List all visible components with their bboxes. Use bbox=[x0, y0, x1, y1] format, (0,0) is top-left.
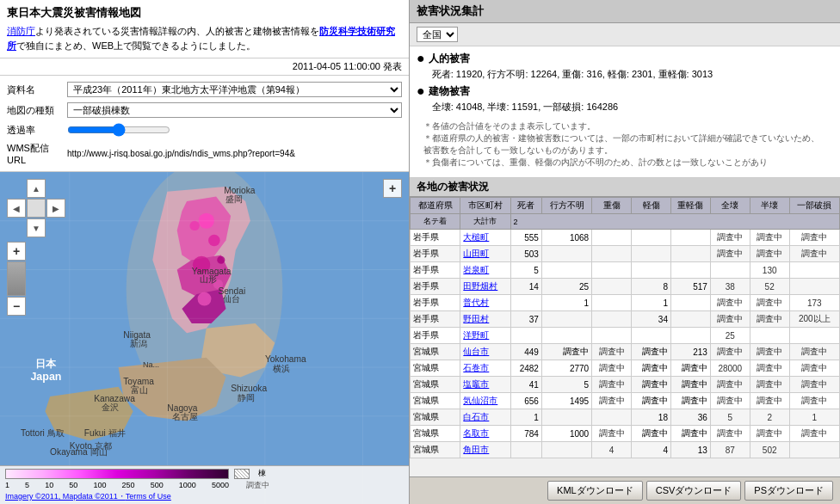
cell-dead bbox=[510, 328, 541, 344]
table-row: 宮城県気仙沼市6561495調査中調査中調査中調査中調査中調査中 bbox=[411, 393, 840, 409]
pan-down-button[interactable]: ▼ bbox=[27, 218, 46, 237]
svg-text:静岡: 静岡 bbox=[238, 393, 255, 403]
cell-city[interactable]: 名取市 bbox=[460, 426, 510, 442]
terms-of-use-link[interactable]: Terms of Use bbox=[126, 492, 171, 501]
table-row: 岩手県野田村3734調査中調査中200以上 bbox=[411, 311, 840, 328]
cell-half: 502 bbox=[750, 442, 789, 458]
table-wrapper[interactable]: 都道府県 市区町村 死者 行方不明 重傷 軽傷 重軽傷 全壊 半壊 一部破損 名… bbox=[410, 197, 840, 476]
legend-copyright: Imagery ©2011, Mapdata ©2011・Terms of Us… bbox=[5, 491, 404, 502]
cell-half bbox=[750, 328, 789, 344]
cell-prefecture: 岩手県 bbox=[411, 295, 460, 311]
shobocho-link[interactable]: 消防庁 bbox=[7, 26, 35, 36]
cell-missing: 1 bbox=[541, 295, 591, 311]
kml-download-button[interactable]: KMLダウンロード bbox=[547, 481, 643, 501]
cell-dead bbox=[510, 295, 541, 311]
cell-prefecture: 宮城県 bbox=[411, 393, 460, 409]
cell-half: 52 bbox=[750, 279, 789, 295]
cell-serious: 4 bbox=[592, 442, 632, 458]
cell-combined: 調査中 bbox=[670, 393, 710, 409]
cell-prefecture: 宮城県 bbox=[411, 344, 460, 360]
cell-dead: 41 bbox=[510, 377, 541, 393]
cell-minor bbox=[632, 246, 671, 262]
cell-city[interactable]: 仙台市 bbox=[460, 344, 510, 360]
cell-total: 28000 bbox=[710, 360, 750, 377]
cell-partial bbox=[789, 328, 839, 344]
cell-combined bbox=[670, 311, 710, 328]
damage-table: 都道府県 市区町村 死者 行方不明 重傷 軽傷 重軽傷 全壊 半壊 一部破損 名… bbox=[410, 197, 840, 458]
cell-city[interactable]: 角田市 bbox=[460, 442, 510, 458]
col-subhead1: 名テ着 bbox=[411, 214, 460, 230]
table-row: 宮城県名取市7841000調査中調査中調査中調査中調査中調査中 bbox=[411, 426, 840, 442]
pan-up-button[interactable]: ▲ bbox=[27, 179, 46, 198]
cell-city[interactable]: 野田村 bbox=[460, 311, 510, 328]
svg-text:金沢: 金沢 bbox=[102, 403, 119, 412]
map-expand-button[interactable]: + bbox=[383, 179, 402, 198]
opacity-slider[interactable] bbox=[67, 123, 170, 137]
col-city: 市区町村 bbox=[460, 198, 510, 214]
region-filter-select[interactable]: 全国 bbox=[417, 27, 458, 42]
cell-city[interactable]: 塩竈市 bbox=[460, 377, 510, 393]
cell-missing bbox=[541, 409, 591, 426]
cell-minor: 調査中 bbox=[632, 344, 671, 360]
cell-minor: 1 bbox=[632, 295, 671, 311]
svg-point-3 bbox=[208, 235, 220, 247]
map-container[interactable]: Morioka 盛岡 Yamagata 山形 Sendai 仙台 Niigata… bbox=[0, 172, 409, 504]
cell-city[interactable]: 石巻市 bbox=[460, 360, 510, 377]
cell-half: 調査中 bbox=[750, 426, 789, 442]
maptype-select[interactable]: 一部破損棟数 bbox=[67, 102, 402, 118]
cell-city[interactable]: 岩泉町 bbox=[460, 262, 510, 279]
cell-total: 調査中 bbox=[710, 311, 750, 328]
cell-missing: 2770 bbox=[541, 360, 591, 377]
publish-date: 2011-04-05 11:00:00 発表 bbox=[293, 61, 402, 71]
cell-total bbox=[710, 262, 750, 279]
building-damage-title: 建物被害 bbox=[429, 84, 618, 99]
cell-half: 調査中 bbox=[750, 230, 789, 246]
cell-combined bbox=[670, 262, 710, 279]
table-row: 宮城県角田市441387502 bbox=[411, 442, 840, 458]
svg-text:Tottori 鳥取: Tottori 鳥取 bbox=[21, 428, 65, 438]
svg-point-8 bbox=[189, 221, 199, 230]
cell-partial: 調査中 bbox=[789, 426, 839, 442]
cell-city[interactable]: 気仙沼市 bbox=[460, 393, 510, 409]
cell-half: 調査中 bbox=[750, 377, 789, 393]
svg-point-6 bbox=[198, 292, 212, 306]
cell-prefecture: 宮城県 bbox=[411, 409, 460, 426]
cell-total: 調査中 bbox=[710, 393, 750, 409]
csv-download-button[interactable]: CSVダウンロード bbox=[646, 481, 742, 501]
cell-prefecture: 岩手県 bbox=[411, 311, 460, 328]
map-legend: 棟 15105010025050010005000 調査中 Imagery ©2… bbox=[0, 465, 409, 504]
cell-dead: 5 bbox=[510, 262, 541, 279]
cell-total: 調査中 bbox=[710, 426, 750, 442]
cell-city[interactable]: 白石市 bbox=[460, 409, 510, 426]
pan-right-button[interactable]: ▶ bbox=[46, 199, 65, 218]
cell-city[interactable]: 山田町 bbox=[460, 246, 510, 262]
maptype-row: 地図の種類 一部破損棟数 bbox=[7, 100, 402, 120]
svg-text:Kyoto 京都: Kyoto 京都 bbox=[70, 441, 112, 451]
zoom-out-button[interactable]: − bbox=[7, 297, 26, 316]
cell-prefecture: 岩手県 bbox=[411, 328, 460, 344]
cell-minor: 調査中 bbox=[632, 360, 671, 377]
cell-combined: 36 bbox=[670, 409, 710, 426]
cell-partial: 調査中 bbox=[789, 230, 839, 246]
col-missing: 行方不明 bbox=[541, 198, 591, 214]
svg-text:盛岡: 盛岡 bbox=[225, 194, 243, 204]
cell-dead: 37 bbox=[510, 311, 541, 328]
material-select[interactable]: 平成23年（2011年）東北地方太平洋沖地震（第94報） bbox=[67, 82, 402, 97]
cell-partial: 調査中 bbox=[789, 344, 839, 360]
cell-city[interactable]: 田野畑村 bbox=[460, 279, 510, 295]
wms-url[interactable]: http://www.j-risq.bosai.go.jp/ndis/ndis_… bbox=[67, 149, 402, 158]
cell-city[interactable]: 洋野町 bbox=[460, 328, 510, 344]
ps-download-button[interactable]: PSダウンロード bbox=[744, 481, 833, 501]
human-damage-category: ● 人的被害 死者: 11920, 行方不明: 12264, 重傷: 316, … bbox=[417, 52, 833, 81]
cell-city[interactable]: 普代村 bbox=[460, 295, 510, 311]
pan-left-button[interactable]: ◀ bbox=[7, 199, 26, 218]
cell-dead: 2482 bbox=[510, 360, 541, 377]
cell-city[interactable]: 大槌町 bbox=[460, 230, 510, 246]
zoom-in-button[interactable]: + bbox=[7, 242, 26, 261]
cell-prefecture: 岩手県 bbox=[411, 279, 460, 295]
cell-missing bbox=[541, 262, 591, 279]
pan-center bbox=[27, 199, 46, 218]
col-half: 半壊 bbox=[750, 198, 789, 214]
cell-serious: 調査中 bbox=[592, 360, 632, 377]
stats-section: ● 人的被害 死者: 11920, 行方不明: 12264, 重傷: 316, … bbox=[410, 46, 840, 178]
